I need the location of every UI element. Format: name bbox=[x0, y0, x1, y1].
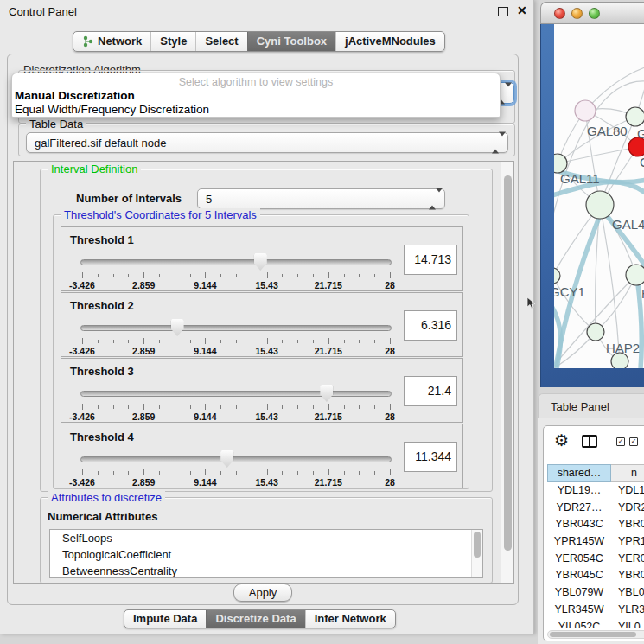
table-row[interactable]: YDR27…YDR2 bbox=[547, 500, 644, 517]
interval-definition-group-title: Interval Definition bbox=[48, 163, 141, 175]
node-label: GAL11 bbox=[560, 171, 600, 186]
list-item[interactable]: SelfLoops bbox=[50, 530, 482, 546]
tab-network[interactable]: Network bbox=[73, 32, 150, 51]
slider-thumb[interactable] bbox=[220, 450, 233, 468]
node-gal4[interactable] bbox=[586, 191, 614, 219]
table-row[interactable]: YBR045CYBR0 bbox=[547, 567, 644, 584]
table-row[interactable]: YBL079WYBL0 bbox=[547, 584, 644, 602]
threshold-row: Threshold 1-3.4262.8599.14415.4321.71528… bbox=[61, 226, 463, 291]
checkbox-icon[interactable]: ✓ bbox=[629, 437, 638, 446]
interval-definition-group: Interval Definition Number of Intervals … bbox=[40, 169, 493, 492]
slider-track[interactable] bbox=[80, 456, 392, 462]
node-hap2[interactable] bbox=[587, 323, 604, 341]
table-cell: YDR27… bbox=[547, 500, 611, 517]
threshold-value-field[interactable]: 11.344 bbox=[404, 442, 457, 472]
node-label: GAL4 bbox=[612, 217, 644, 232]
node-pink[interactable] bbox=[575, 100, 596, 121]
tab-impute-data[interactable]: Impute Data bbox=[124, 610, 206, 628]
split-panel-icon[interactable] bbox=[582, 435, 597, 448]
dropdown-option-manual-discretization[interactable]: Manual Discretization bbox=[12, 88, 500, 102]
zoom-window-button[interactable] bbox=[589, 8, 600, 19]
node-right-h[interactable] bbox=[626, 265, 644, 285]
node-label: HAP2 bbox=[606, 341, 640, 355]
table-cell: YBL0 bbox=[611, 584, 644, 602]
slider-track[interactable] bbox=[80, 325, 392, 331]
number-of-intervals-select[interactable]: 5 bbox=[197, 188, 445, 209]
gear-icon[interactable]: ⚙ bbox=[554, 430, 569, 450]
tab-discretize-data[interactable]: Discretize Data bbox=[206, 610, 304, 628]
list-scrollbar-thumb[interactable] bbox=[474, 532, 481, 558]
network-view-window: GAL80GACGAL11GAL4GCY1HHAP2 bbox=[540, 2, 644, 387]
threshold-value-field[interactable]: 6.316 bbox=[404, 310, 457, 341]
tab-jactivemnodules[interactable]: jActiveMNodules bbox=[335, 32, 444, 51]
network-edge[interactable] bbox=[558, 147, 638, 163]
threshold-row: Threshold 3-3.4262.8599.14415.4321.71528… bbox=[61, 358, 463, 423]
list-item[interactable]: BetweennessCentrality bbox=[50, 563, 482, 578]
table-row[interactable]: YDL19…YDL1 bbox=[547, 482, 644, 500]
dropdown-placeholder: Select algorithm to view settings bbox=[12, 73, 500, 88]
float-window-icon[interactable] bbox=[498, 7, 508, 16]
control-panel-window: Control Panel ✕ Network Style Select Cyn… bbox=[0, 0, 534, 634]
network-window-titlebar[interactable] bbox=[540, 2, 644, 24]
numerical-attributes-label: Numerical Attributes bbox=[48, 510, 157, 523]
algorithm-dropdown-popup: Select algorithm to view settings Manual… bbox=[11, 73, 501, 118]
threshold-row: Threshold 4-3.4262.8599.14415.4321.71528… bbox=[61, 424, 463, 488]
bottom-tab-bar: Impute Data Discretize Data Infer Networ… bbox=[124, 609, 396, 628]
table-h-scrollbar-thumb[interactable] bbox=[550, 632, 636, 637]
numerical-attributes-list[interactable]: SelfLoopsTopologicalCoefficientBetweenne… bbox=[49, 529, 483, 578]
tab-cyni-toolbox[interactable]: Cyni Toolbox bbox=[247, 32, 335, 51]
table-panel-titlebar[interactable]: Table Panel bbox=[538, 393, 644, 418]
slider-thumb[interactable] bbox=[171, 319, 184, 336]
list-item[interactable]: TopologicalCoefficient bbox=[50, 546, 482, 563]
combo-stepper-icon bbox=[492, 137, 501, 150]
checkbox-icon[interactable]: ✓ bbox=[616, 437, 625, 446]
attributes-group: Attributes to discretize Numerical Attri… bbox=[40, 497, 493, 583]
dropdown-option-equal-width-frequency[interactable]: Equal Width/Frequency Discretization bbox=[12, 102, 500, 116]
tab-infer-network[interactable]: Infer Network bbox=[305, 610, 395, 628]
table-h-scrollbar[interactable] bbox=[547, 630, 644, 639]
table-cell: YLR345W bbox=[547, 602, 611, 619]
settings-scrollbar-thumb[interactable] bbox=[504, 175, 512, 551]
table-data-selected-value: galFiltered.sif default node bbox=[35, 137, 166, 150]
table-cell: YBR0 bbox=[611, 567, 644, 584]
slider-thumb[interactable] bbox=[254, 253, 267, 271]
node-top-right[interactable] bbox=[626, 107, 644, 126]
table-row[interactable]: YPR145WYPR1 bbox=[547, 533, 644, 551]
slider-ticks bbox=[82, 338, 390, 345]
tab-style[interactable]: Style bbox=[150, 32, 195, 51]
column-header-name[interactable]: n bbox=[611, 464, 644, 482]
close-window-button[interactable] bbox=[554, 8, 565, 19]
settings-scrollbar[interactable] bbox=[501, 162, 513, 583]
slider-thumb[interactable] bbox=[320, 385, 333, 402]
minimize-window-button[interactable] bbox=[571, 8, 583, 19]
list-scrollbar[interactable] bbox=[471, 530, 482, 577]
table-row[interactable]: YLR345WYLR3 bbox=[547, 602, 644, 619]
table-data-select[interactable]: galFiltered.sif default node bbox=[26, 132, 508, 153]
column-header-shared[interactable]: shared… bbox=[547, 464, 611, 482]
table-row[interactable]: YBR043CYBR0 bbox=[547, 516, 644, 533]
network-window-frame: GAL80GACGAL11GAL4GCY1HHAP2 bbox=[540, 24, 644, 387]
threshold-value-field[interactable]: 14.713 bbox=[404, 245, 457, 275]
attributes-group-title: Attributes to discretize bbox=[48, 491, 165, 504]
table-row[interactable]: YIL052CYIL0 bbox=[547, 619, 644, 629]
slider-track[interactable] bbox=[80, 391, 392, 397]
table-cell: YDR2 bbox=[611, 500, 644, 517]
table-cell: YLR3 bbox=[611, 602, 644, 619]
screen: Control Panel ✕ Network Style Select Cyn… bbox=[0, 0, 644, 644]
close-panel-icon[interactable]: ✕ bbox=[517, 3, 527, 17]
tab-select[interactable]: Select bbox=[195, 32, 246, 51]
top-tab-bar: Network Style Select Cyni Toolbox jActiv… bbox=[73, 31, 445, 52]
node-gcy1[interactable] bbox=[554, 268, 560, 284]
node-gal11[interactable] bbox=[554, 154, 567, 173]
threshold-value-field[interactable]: 21.4 bbox=[404, 376, 457, 406]
table-panel-title: Table Panel bbox=[551, 400, 609, 413]
slider-tick-labels: -3.4262.8599.14415.4321.71528 bbox=[82, 477, 390, 487]
apply-button[interactable]: Apply bbox=[233, 583, 292, 602]
slider-track[interactable] bbox=[80, 259, 392, 265]
threshold-slider: -3.4262.8599.14415.4321.71528 bbox=[80, 317, 392, 355]
network-edge[interactable] bbox=[585, 67, 644, 111]
slider-ticks bbox=[82, 272, 390, 279]
network-canvas[interactable]: GAL80GACGAL11GAL4GCY1HHAP2 bbox=[554, 24, 644, 368]
threshold-label: Threshold 4 bbox=[70, 430, 134, 443]
table-row[interactable]: YER054CYER0 bbox=[547, 551, 644, 568]
